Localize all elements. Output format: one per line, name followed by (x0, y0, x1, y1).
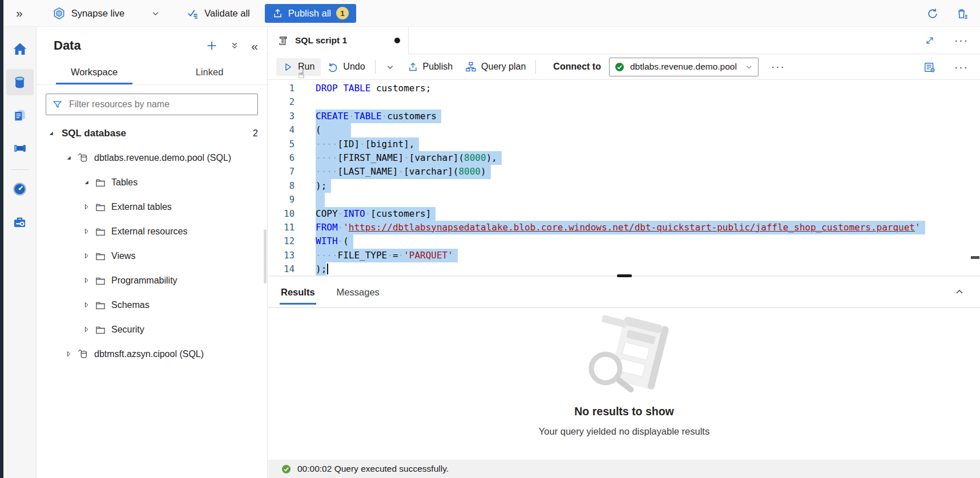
query-plan-button[interactable]: Query plan (459, 58, 532, 76)
expand-icon[interactable] (80, 252, 92, 260)
expand-menu-icon[interactable]: » (16, 6, 23, 20)
line-number[interactable]: 6 (268, 151, 295, 165)
validate-all-button[interactable]: Validate all (187, 7, 250, 19)
code-line[interactable]: 11FROM·'https://dbtlabsynapsedatalake.bl… (268, 221, 980, 234)
view-settings-icon[interactable] (923, 61, 936, 74)
tree-item[interactable]: External tables (37, 195, 267, 219)
tree-item[interactable]: External resources (37, 219, 267, 244)
collapse-panel-icon[interactable]: « (251, 40, 258, 52)
sidebar-item-develop[interactable] (6, 102, 34, 128)
tree-item[interactable]: SQL database2 (37, 121, 267, 145)
code-line[interactable]: 14); (268, 262, 980, 276)
expand-icon[interactable] (80, 326, 92, 333)
run-button[interactable]: Run (276, 58, 321, 76)
filter-input[interactable] (68, 99, 252, 110)
code-line-content[interactable]: ····[FIRST_NAME]·[varchar](8000), (295, 151, 502, 165)
line-number[interactable]: 9 (268, 193, 295, 206)
code-line-content[interactable]: ); (295, 179, 331, 193)
discard-all-icon[interactable] (956, 7, 969, 20)
code-line[interactable]: 3CREATE·TABLE·customers (268, 110, 980, 123)
undo-dropdown-button[interactable] (379, 59, 401, 75)
expand-icon[interactable] (80, 203, 92, 210)
tree-item[interactable]: dbtlabs.revenue.demo.pool (SQL) (37, 145, 267, 170)
sidebar-item-home[interactable] (6, 36, 34, 62)
pool-select[interactable]: dbtlabs.revenue.demo.pool (609, 58, 759, 76)
code-line[interactable]: 9​ (268, 193, 980, 206)
code-line[interactable]: 7····[LAST_NAME]·[varchar](8000) (268, 165, 980, 179)
code-line[interactable]: 12WITH·( (268, 234, 980, 248)
tab-workspace[interactable]: Workspace (37, 61, 152, 84)
line-number[interactable]: 1 (268, 82, 295, 95)
tree-item[interactable]: dbtmsft.azsyn.cipool (SQL) (37, 342, 267, 366)
collapse-icon[interactable] (62, 154, 75, 161)
tab-sql-script-1[interactable]: SQL script 1 (269, 27, 409, 54)
collapse-all-icon[interactable] (229, 40, 240, 51)
tab-results[interactable]: Results (281, 277, 315, 307)
code-line-content[interactable]: ····FILE_TYPE·=·'PARQUET' (295, 249, 458, 262)
code-line[interactable]: 6····[FIRST_NAME]·[varchar](8000), (268, 151, 980, 165)
code-line-content[interactable]: ····[LAST_NAME]·[varchar](8000) (295, 165, 491, 179)
code-line-content[interactable]: COPY·INTO·[customers] (295, 207, 435, 221)
add-resource-button[interactable] (205, 39, 218, 52)
code-line[interactable]: 1DROP TABLE customers; (268, 82, 980, 95)
line-number[interactable]: 13 (268, 249, 295, 262)
line-number[interactable]: 12 (268, 234, 295, 248)
splitter-drag-handle[interactable] (617, 274, 632, 277)
code-line-content[interactable]: ( (295, 123, 351, 137)
collapse-icon[interactable] (45, 129, 57, 137)
tab-linked[interactable]: Linked (152, 61, 267, 84)
line-number[interactable]: 14 (268, 262, 295, 276)
code-line[interactable]: 2 (268, 95, 980, 109)
code-line-content[interactable]: ····[ID]·[bigint], (295, 137, 419, 151)
line-number[interactable]: 5 (268, 137, 295, 151)
sidebar-item-data[interactable] (6, 69, 34, 95)
code-line-content[interactable]: FROM·'https://dbtlabsynapsedatalake.blob… (295, 221, 925, 234)
expand-icon[interactable] (62, 350, 75, 358)
code-line-content[interactable]: DROP TABLE customers; (295, 82, 431, 95)
empty-state-subtitle: Your query yielded no displayable result… (539, 426, 709, 437)
code-line[interactable]: 13····FILE_TYPE·=·'PARQUET' (268, 249, 980, 262)
sidebar-item-monitor[interactable] (6, 176, 34, 202)
code-line-content[interactable]: CREATE·TABLE·customers (295, 110, 441, 123)
collapse-results-pane[interactable] (954, 277, 965, 307)
line-number[interactable]: 7 (268, 165, 295, 179)
line-number[interactable]: 2 (268, 95, 295, 109)
code-line-content[interactable]: WITH·( (295, 234, 353, 248)
more-tab-options-icon[interactable]: ··· (954, 38, 969, 43)
line-number[interactable]: 4 (268, 123, 295, 137)
sidebar-item-integrate[interactable] (6, 135, 34, 161)
more-options-icon[interactable]: ··· (954, 64, 969, 70)
scrollbar-marker[interactable] (971, 256, 979, 259)
code-line[interactable]: 10COPY·INTO·[customers] (268, 207, 980, 221)
more-toolbar-options-icon[interactable]: ··· (771, 64, 785, 70)
code-line[interactable]: 5····[ID]·[bigint], (268, 137, 980, 151)
tree-item[interactable]: Security (37, 317, 267, 342)
expand-icon[interactable] (80, 301, 92, 309)
tab-messages[interactable]: Messages (337, 277, 380, 307)
tree-item[interactable]: Programmability (37, 268, 267, 293)
code-line-content[interactable]: ); (295, 262, 328, 276)
expand-editor-icon[interactable] (925, 35, 935, 46)
environment-selector[interactable]: Synapse live (53, 7, 161, 20)
line-number[interactable]: 10 (268, 207, 295, 221)
publish-button[interactable]: Publish (401, 58, 459, 76)
line-number[interactable]: 11 (268, 221, 295, 234)
sidebar-item-manage[interactable] (6, 209, 34, 235)
tree-item[interactable]: Schemas (37, 293, 267, 317)
line-number[interactable]: 3 (268, 110, 295, 123)
code-line[interactable]: 4( (268, 123, 980, 137)
expand-icon[interactable] (80, 228, 92, 235)
tree-item[interactable]: Tables (37, 170, 267, 195)
sql-code-editor[interactable]: 1DROP TABLE customers;23CREATE·TABLE·cus… (268, 80, 980, 276)
code-line-content[interactable]: ​ (295, 193, 325, 206)
code-line-content[interactable] (295, 95, 316, 109)
expand-icon[interactable] (80, 277, 92, 284)
line-number[interactable]: 8 (268, 179, 295, 193)
undo-button[interactable]: Undo (321, 58, 371, 76)
tree-item[interactable]: Views (37, 244, 267, 268)
sidebar-scrollbar[interactable] (264, 229, 267, 283)
collapse-icon[interactable] (80, 179, 92, 186)
publish-all-button[interactable]: Publish all 1 (265, 4, 356, 23)
refresh-icon[interactable] (926, 7, 939, 20)
code-line[interactable]: 8); (268, 179, 980, 193)
